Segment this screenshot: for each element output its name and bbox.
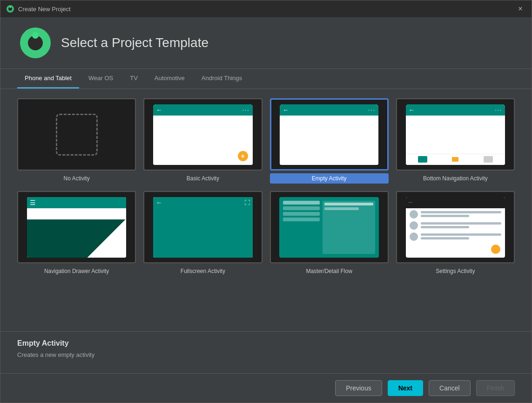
thumbnail-settings: ··· (396, 191, 515, 263)
next-button[interactable]: Next (388, 380, 423, 396)
md-detail-line (324, 203, 373, 205)
md-list-item (283, 212, 320, 216)
label-master-detail: Master/Detail Flow (270, 266, 389, 276)
tab-wear-os[interactable]: Wear OS (81, 69, 121, 89)
label-basic-activity: Basic Activity (143, 173, 262, 184)
fullscreen-toolbar: ← ⛶ (153, 197, 253, 208)
settings-line-5 (421, 233, 502, 236)
main-content: No Activity ← ··· + (0, 89, 532, 403)
settings-lines-2 (421, 222, 502, 228)
template-grid-wrapper[interactable]: No Activity ← ··· + (0, 89, 532, 331)
settings-item-2 (410, 221, 502, 230)
md-layout (283, 201, 375, 254)
nav-drawer-toolbar: ☰ (27, 197, 127, 208)
empty-toolbar: ← ··· (280, 104, 378, 116)
md-list-item (283, 201, 320, 205)
info-title: Empty Activity (17, 339, 515, 348)
settings-line-4 (421, 226, 469, 228)
settings-body (406, 208, 505, 258)
basic-toolbar: ← ··· (153, 104, 253, 116)
settings-toolbar: ··· (406, 197, 505, 208)
expand-icon: ⛶ (244, 199, 250, 206)
nav-drawer-body (27, 208, 127, 258)
label-empty-activity: Empty Activity (270, 173, 389, 184)
settings-mockup: ··· (406, 197, 505, 258)
drawer-diagonal (87, 219, 126, 258)
md-list (283, 201, 320, 254)
settings-circle-2 (410, 221, 418, 230)
thumbnail-empty-activity: ← ··· (270, 98, 389, 171)
tabs-bar: Phone and Tablet Wear OS TV Automotive A… (0, 69, 532, 89)
info-description: Creates a new empty activity (17, 351, 515, 358)
template-empty-activity[interactable]: ← ··· Empty Activity (270, 98, 389, 184)
settings-line-1 (421, 211, 502, 213)
tab-tv[interactable]: TV (122, 69, 145, 89)
settings-line-6 (421, 237, 469, 239)
bottom-nav-bar (406, 154, 505, 165)
empty-body (280, 116, 378, 165)
hamburger-icon: ☰ (30, 199, 36, 206)
thumbnail-fullscreen: ← ⛶ (143, 191, 262, 263)
header-logo (19, 27, 52, 59)
finish-button[interactable]: Finish (476, 380, 515, 396)
template-no-activity[interactable]: No Activity (17, 98, 136, 184)
basic-body: + (153, 116, 253, 165)
thumbnail-basic-activity: ← ··· + (143, 98, 262, 171)
header: Select a Project Template (0, 17, 532, 69)
close-button[interactable]: × (515, 3, 526, 14)
fullscreen-mockup: ← ⛶ (153, 197, 253, 258)
fullscreen-body (153, 208, 253, 258)
fab-icon: + (238, 151, 248, 161)
empty-back-icon: ← (283, 106, 289, 114)
previous-button[interactable]: Previous (335, 380, 382, 396)
thumbnail-bottom-nav: ← ··· (396, 98, 515, 171)
bottom-nav-body (406, 116, 505, 154)
settings-lines-1 (421, 211, 502, 217)
settings-fab (491, 245, 500, 254)
nav-item-1 (418, 156, 427, 163)
template-master-detail[interactable]: Master/Detail Flow (270, 191, 389, 276)
settings-circle-1 (410, 210, 418, 219)
empty-more-icon: ··· (368, 107, 376, 113)
more-icon: ··· (242, 107, 250, 113)
nav-item-2 (452, 157, 458, 162)
settings-item-3 (410, 232, 502, 241)
template-basic-activity[interactable]: ← ··· + Basic Activity (143, 98, 262, 184)
thumbnail-no-activity (17, 98, 136, 171)
label-settings: Settings Activity (396, 266, 515, 276)
bottom-nav-more-icon: ··· (495, 107, 502, 113)
no-activity-dashed (56, 114, 98, 156)
tab-phone-tablet[interactable]: Phone and Tablet (17, 69, 79, 89)
settings-item-1 (410, 210, 502, 219)
thumbnail-nav-drawer: ☰ (17, 191, 136, 263)
template-settings[interactable]: ··· (396, 191, 515, 276)
settings-circle-3 (410, 232, 418, 241)
title-bar-text: Create New Project (18, 6, 71, 13)
master-detail-mockup (279, 197, 379, 258)
tab-automotive[interactable]: Automotive (147, 69, 192, 89)
android-studio-icon (6, 5, 14, 13)
main-window: Create New Project × Select a Project Te… (0, 0, 532, 403)
title-bar: Create New Project × (0, 0, 532, 17)
label-fullscreen: Fullscreen Activity (143, 266, 262, 276)
settings-line-3 (421, 222, 502, 225)
svg-point-2 (9, 6, 11, 8)
back-arrow-icon: ← (156, 106, 162, 114)
settings-line-2 (421, 215, 469, 217)
label-nav-drawer: Navigation Drawer Activity (17, 266, 136, 276)
footer: Previous Next Cancel Finish (0, 373, 532, 403)
template-bottom-nav[interactable]: ← ··· Bottom Navigation Activity (396, 98, 515, 184)
bottom-nav-toolbar: ← ··· (406, 104, 505, 116)
drawer-overlay (27, 219, 87, 258)
tab-android-things[interactable]: Android Things (194, 69, 249, 89)
cancel-button[interactable]: Cancel (429, 380, 471, 396)
bottom-nav-mockup: ← ··· (406, 104, 505, 165)
md-detail-line (324, 207, 358, 210)
template-nav-drawer[interactable]: ☰ Navigation Drawer Activity (17, 191, 136, 276)
md-detail (323, 201, 375, 254)
label-no-activity: No Activity (17, 173, 136, 184)
bottom-nav-back-icon: ← (409, 106, 415, 114)
nav-item-3 (484, 156, 493, 163)
template-fullscreen[interactable]: ← ⛶ Fullscreen Activity (143, 191, 262, 276)
md-list-item (283, 218, 320, 221)
